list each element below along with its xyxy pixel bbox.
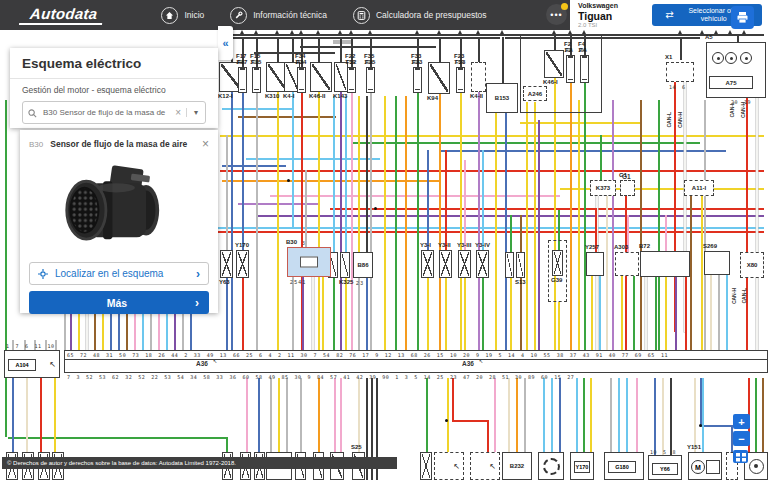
component-g39[interactable] xyxy=(552,250,563,276)
wire xyxy=(358,96,360,252)
component-f2[interactable] xyxy=(566,55,575,83)
wire xyxy=(502,37,504,83)
component-y3-iii[interactable] xyxy=(458,250,471,278)
component-f17[interactable] xyxy=(238,67,247,93)
component-y257[interactable] xyxy=(586,252,604,276)
collapse-chevron-icon: « xyxy=(222,37,228,49)
wire xyxy=(508,378,510,452)
bus-arrow xyxy=(275,30,279,34)
junction-dot xyxy=(374,207,377,210)
component-k94[interactable] xyxy=(428,62,450,94)
component-y3-i[interactable] xyxy=(421,250,434,278)
close-icon[interactable]: × xyxy=(202,137,209,151)
wire xyxy=(190,313,192,350)
print-button[interactable] xyxy=(731,6,754,29)
search-dropdown-icon[interactable]: ▾ xyxy=(186,108,205,117)
zoom-out-button[interactable]: − xyxy=(733,431,750,446)
chevron-right-icon: › xyxy=(195,296,199,310)
wire xyxy=(277,92,279,350)
wire xyxy=(182,313,184,350)
component[interactable]: ↖ xyxy=(434,452,464,480)
bus-arrow xyxy=(728,30,732,34)
component-label: K4-I xyxy=(283,93,294,99)
component[interactable] xyxy=(505,252,514,278)
component-b30[interactable] xyxy=(287,247,331,277)
panel-collapse-button[interactable]: « xyxy=(218,26,233,60)
component-f22[interactable] xyxy=(347,67,356,93)
vehicle-make: Volkswagen xyxy=(578,2,618,9)
component-k4-ii[interactable] xyxy=(471,62,486,92)
wire xyxy=(318,37,320,62)
wire xyxy=(278,378,280,452)
component-y63[interactable] xyxy=(220,250,233,278)
wire xyxy=(510,215,512,252)
component-a5[interactable] xyxy=(706,42,766,98)
component-y3-iv[interactable] xyxy=(476,250,489,278)
wire xyxy=(150,313,152,350)
component-label: Y3-II xyxy=(438,242,451,248)
component-x1[interactable] xyxy=(666,62,694,82)
overview-grid-button[interactable] xyxy=(733,450,748,463)
clear-search-icon[interactable]: × xyxy=(170,107,186,118)
component-f15[interactable] xyxy=(252,67,261,93)
nav-item-informacion-tecnica[interactable]: Información técnica xyxy=(230,7,327,24)
locate-in-schema-button[interactable]: Localizar en el esquema › xyxy=(29,262,209,285)
wire xyxy=(318,378,320,452)
wire xyxy=(292,37,294,62)
component-label: A104 xyxy=(8,359,36,371)
component-k143[interactable] xyxy=(334,62,348,92)
zoom-in-button[interactable]: + xyxy=(733,414,750,429)
panel-title: Esquema eléctrico xyxy=(10,48,218,79)
wire xyxy=(286,378,288,452)
bus-arrow xyxy=(476,30,480,34)
diagram-text: CAN-L xyxy=(729,102,735,118)
more-button[interactable]: Más › xyxy=(29,291,209,314)
search-input[interactable] xyxy=(39,108,170,117)
component-k46-ii[interactable] xyxy=(310,62,332,92)
fuse-label: F237.5A xyxy=(454,53,464,65)
wire xyxy=(447,378,449,452)
wire xyxy=(746,98,748,252)
wire xyxy=(318,92,320,350)
fuse-label: F1530A xyxy=(250,53,260,65)
component-label: A11-I xyxy=(684,180,714,196)
component-label: S269 xyxy=(703,243,717,249)
component-y170[interactable] xyxy=(236,250,249,278)
nav-item-calculadora[interactable]: Calculadora de presupuestos xyxy=(353,7,487,24)
nav-item-inicio[interactable]: Inicio xyxy=(161,7,204,24)
wire xyxy=(612,100,614,350)
component-s13[interactable] xyxy=(516,252,525,278)
component-f35[interactable] xyxy=(366,67,375,93)
component-b72[interactable] xyxy=(640,251,690,277)
component-y3-ii[interactable] xyxy=(439,250,452,278)
component-a303[interactable] xyxy=(615,252,639,276)
component-f33[interactable] xyxy=(413,67,422,93)
component-label: B30 xyxy=(286,239,297,245)
wire xyxy=(640,100,642,350)
wire xyxy=(520,215,522,252)
component-f34[interactable] xyxy=(297,67,306,93)
component-label: Y170 xyxy=(574,461,590,473)
component[interactable]: ↖ xyxy=(470,452,500,480)
wire xyxy=(520,278,522,350)
component-label: A303 xyxy=(614,244,628,250)
component-k325[interactable] xyxy=(340,252,350,278)
component[interactable] xyxy=(420,452,432,480)
autodata-logo[interactable]: Autodata xyxy=(19,5,105,25)
bus-arrow xyxy=(368,30,372,34)
chat-icon[interactable]: ••• xyxy=(546,4,567,25)
component-g1[interactable] xyxy=(620,180,635,196)
wire xyxy=(12,378,14,452)
wire xyxy=(445,150,447,250)
app-window: Autodata Inicio Información técnica Calc… xyxy=(0,0,768,480)
component-label: K4-II xyxy=(470,93,483,99)
component-k46-i[interactable] xyxy=(544,50,564,78)
bus-arrow xyxy=(700,30,704,34)
wire xyxy=(654,378,656,455)
component-f4[interactable] xyxy=(580,55,589,83)
component-f23[interactable] xyxy=(456,67,465,93)
component-title: Sensor de flujo de la masa de aire xyxy=(50,139,202,149)
wire xyxy=(534,102,536,350)
component-s269[interactable] xyxy=(704,251,730,275)
component-search[interactable]: × ▾ xyxy=(22,101,206,124)
